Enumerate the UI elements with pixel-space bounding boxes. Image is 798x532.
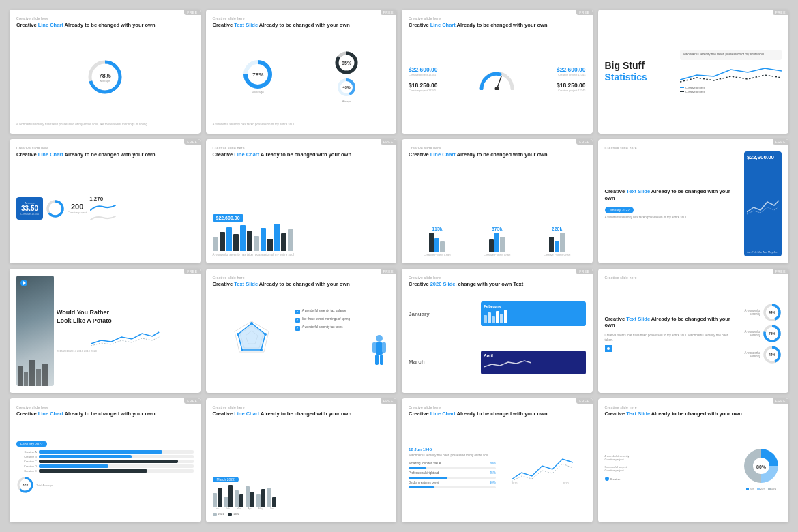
slide-15: FREE Creative slide here Creative Line C…: [402, 398, 593, 522]
slide-8-desc: A wonderful serenity has taken possessio…: [605, 216, 742, 220]
slide-4-big-title: Big Stuff: [605, 60, 677, 72]
slide-12: FREE Creative slide here Creative Text S…: [598, 269, 789, 393]
slide-7-label2: Creative Project Chart: [484, 253, 510, 256]
slide-4-legend1: Creative project: [685, 86, 705, 89]
slide-7-stat2: 375k: [492, 226, 503, 231]
slide-5-stat1: 33.50: [20, 205, 39, 212]
svg-rect-25: [375, 355, 379, 365]
slide-11-month3: March: [409, 359, 478, 365]
slide-3-tag: FREE: [576, 10, 592, 15]
slide-7-stat1: 115k: [432, 226, 443, 231]
slide-5-tag: FREE: [184, 139, 200, 145]
slide-3-price3: $18,250.00: [409, 82, 474, 89]
svg-point-21: [376, 335, 383, 342]
slide-3-price1: $22,600.00: [409, 66, 474, 73]
slide-10-check3: A wonderful serenity tax taxes: [302, 325, 343, 329]
slide-8: FREE Creative slide here Creative Text S…: [598, 139, 789, 263]
svg-point-18: [260, 349, 263, 351]
slide-12-tag: FREE: [773, 269, 788, 274]
slide-16-label: Creative slide here: [605, 405, 782, 409]
slide-7-label: Creative slide here: [409, 146, 586, 150]
slide-2: FREE Creative slide here Creative Text S…: [206, 10, 397, 134]
slide-15-item1: Amazing rounded value: [409, 462, 441, 465]
slide-15-date: 12 Jun 1945: [409, 447, 496, 452]
slide-13-tag: FREE: [184, 398, 200, 404]
slide-13-title: Creative Line Chart Already to be change…: [16, 411, 194, 417]
slide-12-pct1: 44%: [769, 310, 775, 314]
svg-point-17: [264, 333, 267, 336]
slide-10-check1: A wonderful serenity tax balance: [302, 309, 346, 312]
svg-rect-23: [372, 342, 376, 353]
slide-14-label: Creative slide here: [213, 405, 390, 409]
slide-6-label: Creative slide here: [213, 146, 390, 150]
slide-8-tag: FREE: [773, 139, 788, 145]
slide-4-legend2: Creative project: [685, 90, 705, 93]
svg-text:80%: 80%: [756, 464, 767, 469]
svg-text:2015: 2015: [512, 482, 518, 485]
slide-11-label: Creative slide here: [409, 276, 586, 280]
slide-7: FREE Creative slide here Creative Line C…: [402, 139, 593, 263]
slide-2-desc: A wonderful serenity has taken possessio…: [213, 123, 390, 127]
slide-15-tag: FREE: [576, 398, 592, 404]
svg-point-19: [241, 349, 243, 351]
slide-16: FREE Creative slide here Creative Text S…: [598, 398, 789, 522]
slide-3-price4: $18,250.00: [557, 82, 586, 89]
slide-7-label3: Creative Project Chart: [544, 253, 570, 256]
slide-15-label: Creative slide here: [409, 405, 586, 409]
slide-11-title: Creative 2020 Slide, change with your ow…: [409, 281, 586, 288]
slide-10-check2: like those sweet mornings of spring: [302, 317, 350, 321]
svg-rect-22: [376, 342, 383, 355]
slide-11-month4: April: [484, 353, 582, 357]
slide-5-title: Creative Line Chart Already to be change…: [16, 151, 194, 158]
slide-5-label: Creative slide here: [16, 146, 194, 150]
slide-3: FREE Creative slide here Creative Line C…: [402, 10, 593, 134]
slide-4-quote: A wonderful serenity has taken possessio…: [680, 50, 782, 60]
svg-rect-26: [380, 355, 383, 365]
slide-15-title: Creative Line Chart Already to be change…: [409, 411, 586, 417]
slide-5-stat3: 1,270: [89, 196, 117, 202]
slide-10-tag: FREE: [381, 269, 396, 274]
svg-rect-24: [382, 342, 386, 353]
slide-14-year2: 2022: [233, 512, 239, 516]
slide-3-title: Creative Line Chart Already to be change…: [409, 22, 586, 29]
slide-6: FREE Creative slide here Creative Line C…: [206, 139, 397, 263]
slide-15-item2: Professionals/right aid: [409, 471, 439, 475]
slide-6-tag: FREE: [381, 139, 396, 145]
slide-12-pct3: 44%: [769, 353, 775, 357]
slide-6-price: $22,600.00: [213, 214, 243, 222]
slide-16-tag: FREE: [773, 398, 788, 404]
slide-1-label: Creative slide here: [16, 16, 194, 20]
slide-7-tag: FREE: [576, 139, 592, 145]
slide-1: FREE Creative slide here Creative Line C…: [10, 10, 201, 134]
slide-11-tag: FREE: [576, 269, 592, 274]
slide-16-title: Creative Text Slide Already to be change…: [605, 411, 782, 417]
slide-9: FREE Would You RatherLook Like A Potato: [10, 269, 201, 393]
slides-grid: FREE Creative slide here Creative Line C…: [0, 0, 798, 532]
slide-12-title: Creative Text Slide Already to be change…: [605, 316, 731, 329]
slide-1-title: Creative Line Chart Already to be change…: [16, 22, 194, 29]
slide-15-item3: Bind a creatures beret: [409, 481, 439, 484]
slide-10-label: Creative slide here: [213, 276, 390, 280]
slide-11-month1: January: [409, 311, 478, 317]
slide-13-label: Creative slide here: [16, 405, 194, 409]
slide-14-month: March 2022: [213, 477, 239, 482]
slide-8-title: Creative Text Slide Already to be change…: [605, 188, 742, 202]
slide-6-desc: A wonderful serenity has taken possessio…: [213, 253, 390, 256]
slide-13: FREE Creative slide here Creative Line C…: [10, 398, 201, 522]
slide-12-pct2: 78%: [769, 331, 775, 336]
slide-9-tag: FREE: [184, 269, 200, 274]
slide-5: FREE Creative slide here Creative Line C…: [10, 139, 201, 263]
svg-text:2020: 2020: [563, 482, 570, 485]
slide-2-tag: FREE: [381, 10, 396, 15]
slide-4-statistics: Statistics: [605, 72, 677, 83]
slide-10: FREE Creative slide here Creative Text S…: [206, 269, 397, 393]
svg-point-16: [250, 322, 253, 325]
slide-4: FREE Big Stuff Statistics A wonderful se…: [598, 10, 789, 134]
slide-8-month: January 2022: [605, 207, 634, 213]
slide-9-title: Would You RatherLook Like A Potato: [57, 309, 194, 325]
slide-3-label: Creative slide here: [409, 16, 586, 20]
slide-8-label: Creative slide here: [605, 146, 782, 150]
slide-4-tag: FREE: [773, 10, 788, 15]
slide-1-tag: FREE: [184, 10, 200, 15]
slide-14-year1: 2021: [218, 512, 224, 516]
